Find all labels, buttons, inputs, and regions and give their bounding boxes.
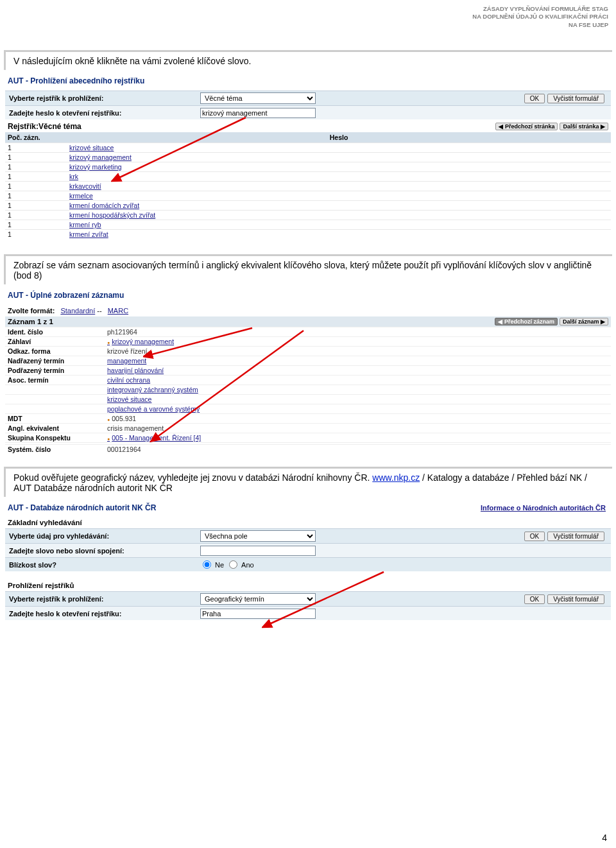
doc-header-line3: NA FSE UJEP bbox=[472, 21, 608, 29]
browse-heslo-input[interactable] bbox=[200, 609, 316, 619]
detail-value-link[interactable]: poplachové a varovné systémy bbox=[107, 405, 200, 413]
detail-value-link[interactable]: 005 - Management. Řízení [4] bbox=[107, 434, 201, 442]
select-rejstrik-label: Vyberte rejstřík k prohlížení: bbox=[8, 94, 200, 102]
table-row: 1krizové situace bbox=[5, 143, 611, 152]
detail-value-link[interactable]: krizový management bbox=[107, 338, 174, 345]
detail-value: 000121964 bbox=[107, 446, 141, 453]
zaznam-count: Záznam 1 z 1 bbox=[8, 318, 53, 325]
next-page-button[interactable]: Další stránka ▶ bbox=[560, 123, 608, 130]
proximity-yes-radio[interactable] bbox=[229, 560, 237, 569]
detail-row: Ident. čísloph121964 bbox=[5, 327, 611, 336]
search-term-input[interactable] bbox=[200, 546, 316, 556]
row-heslo-link[interactable]: krizový marketing bbox=[69, 163, 122, 171]
sub-browse: Prohlížení rejstříků bbox=[5, 571, 611, 591]
detail-row: poplachové a varovné systémy bbox=[5, 404, 611, 413]
panel-zaznam: AUT - Úplné zobrazení záznamu Zvolte for… bbox=[5, 287, 611, 454]
table-row: 1krizový marketing bbox=[5, 162, 611, 171]
prev-record-button[interactable]: ◀ Předchozí záznam bbox=[495, 318, 558, 325]
doc-header: ZÁSADY VYPLŇOVÁNÍ FORMULÁŘE STAG NA DOPL… bbox=[472, 5, 608, 29]
detail-label: Ident. číslo bbox=[8, 328, 107, 336]
table-row: 1krizový management bbox=[5, 152, 611, 162]
rejstrik-label: Rejstřík: bbox=[8, 122, 38, 131]
detail-label: Nadřazený termín bbox=[8, 357, 107, 365]
row-count: 1 bbox=[8, 173, 69, 180]
col-count: Poč. zázn. bbox=[8, 134, 69, 141]
detail-row: Asoc. termíncivilní ochrana bbox=[5, 375, 611, 385]
detail-value-link[interactable]: integrovaný záchranný systém bbox=[107, 386, 198, 394]
row-count: 1 bbox=[8, 230, 69, 238]
clear-button-2[interactable]: Vyčistit formulář bbox=[547, 532, 604, 541]
row-heslo-link[interactable]: krk bbox=[69, 173, 78, 180]
detail-label bbox=[8, 395, 107, 403]
ok-button-2[interactable]: OK bbox=[524, 532, 545, 541]
row-count: 1 bbox=[8, 221, 69, 229]
format-standard-link[interactable]: Standardní bbox=[60, 307, 95, 315]
detail-label: Angl. ekvivalent bbox=[8, 424, 107, 432]
table-row: 1krk bbox=[5, 171, 611, 181]
next-record-button[interactable]: Další záznam ▶ bbox=[560, 318, 608, 325]
table-row: 1krkavcovití bbox=[5, 181, 611, 191]
heslo-input[interactable] bbox=[200, 108, 316, 118]
browse-heslo-label: Zadejte heslo k otevření rejstříku: bbox=[8, 610, 200, 618]
row-heslo-link[interactable]: krmení zvířat bbox=[69, 230, 108, 238]
detail-value-link[interactable]: havarijní plánování bbox=[107, 367, 164, 374]
ok-button-3[interactable]: OK bbox=[524, 594, 545, 604]
row-heslo-link[interactable]: krmení hospodářských zvířat bbox=[69, 211, 155, 219]
detail-label bbox=[8, 386, 107, 394]
browse-select-label: Vyberte rejstřík k prohlížení: bbox=[8, 595, 200, 603]
detail-value: 005.931 bbox=[107, 415, 136, 422]
detail-value-link[interactable]: krizové situace bbox=[107, 395, 151, 403]
row-heslo-link[interactable]: krmení ryb bbox=[69, 221, 101, 229]
doc-header-line1: ZÁSADY VYPLŇOVÁNÍ FORMULÁŘE STAG bbox=[472, 5, 608, 13]
nkp-link[interactable]: www.nkp.cz bbox=[372, 472, 420, 483]
row-heslo-link[interactable]: krizové situace bbox=[69, 144, 114, 151]
detail-row: Skupina Konspektu005 - Management. Řízen… bbox=[5, 433, 611, 442]
row-count: 1 bbox=[8, 182, 69, 190]
detail-label bbox=[8, 405, 107, 413]
detail-label: Odkaz. forma bbox=[8, 347, 107, 355]
detail-label: Záhlaví bbox=[8, 338, 107, 345]
detail-label: MDT bbox=[8, 415, 107, 422]
prev-page-button[interactable]: ◀ Předchozí stránka bbox=[495, 123, 558, 130]
browse-select[interactable]: Geografický termín bbox=[200, 593, 316, 605]
rejstrik-value: Věcné téma bbox=[38, 122, 81, 131]
detail-row: Záhlavíkrizový management bbox=[5, 336, 611, 346]
panel2-title: AUT - Úplné zobrazení záznamu bbox=[5, 287, 611, 301]
info-autority-link[interactable]: Informace o Národních autoritách ČR bbox=[481, 504, 606, 512]
row-heslo-link[interactable]: krmelce bbox=[69, 192, 93, 200]
row-count: 1 bbox=[8, 192, 69, 200]
panel-autority: AUT - Databáze národních autorit NK ČR I… bbox=[5, 499, 611, 620]
detail-label: Asoc. termín bbox=[8, 376, 107, 384]
instruction-1: V následujícím okně klikněte na vámi zvo… bbox=[4, 50, 612, 70]
table-row: 1krmelce bbox=[5, 191, 611, 200]
select-rejstrik[interactable]: Věcné téma bbox=[200, 92, 316, 104]
row-count: 1 bbox=[8, 163, 69, 171]
detail-value: crisis management bbox=[107, 424, 164, 432]
format-marc-link[interactable]: MARC bbox=[108, 307, 128, 315]
proximity-no-radio[interactable] bbox=[203, 560, 211, 569]
panel-title: AUT - Prohlížení abecedního rejstříku bbox=[5, 73, 611, 87]
table-row: 1krmení domácích zvířat bbox=[5, 200, 611, 210]
row-heslo-link[interactable]: krmení domácích zvířat bbox=[69, 202, 139, 209]
proximity-yes-label: Ano bbox=[241, 561, 254, 569]
clear-button-3[interactable]: Vyčistit formulář bbox=[547, 594, 604, 604]
sub-basic-search: Základní vyhledávání bbox=[5, 514, 611, 528]
doc-header-line2: NA DOPLNĚNÍ ÚDAJŮ O KVALIFIKAČNÍ PRÁCI bbox=[472, 13, 608, 21]
clear-button[interactable]: Vyčistit formulář bbox=[547, 94, 604, 103]
detail-value-link[interactable]: management bbox=[107, 357, 146, 365]
row-heslo-link[interactable]: krizový management bbox=[69, 153, 132, 161]
table-row: 1krmení zvířat bbox=[5, 229, 611, 239]
row-count: 1 bbox=[8, 144, 69, 151]
heslo-label: Zadejte heslo k otevření rejstříku: bbox=[8, 109, 200, 117]
row-count: 1 bbox=[8, 202, 69, 209]
page-number: 4 bbox=[602, 833, 607, 843]
search-term-label: Zadejte slovo nebo slovní spojení: bbox=[8, 547, 200, 555]
search-field-select[interactable]: Všechna pole bbox=[200, 530, 316, 542]
row-heslo-link[interactable]: krkavcovití bbox=[69, 182, 101, 190]
detail-label: Systém. číslo bbox=[8, 446, 107, 453]
detail-value-link[interactable]: civilní ochrana bbox=[107, 376, 150, 384]
detail-row: Podřazený termínhavarijní plánování bbox=[5, 365, 611, 375]
table-row: 1krmení ryb bbox=[5, 220, 611, 229]
instruction-2: Zobrazí se vám seznam asociovaných termí… bbox=[4, 254, 612, 284]
ok-button[interactable]: OK bbox=[524, 94, 545, 103]
